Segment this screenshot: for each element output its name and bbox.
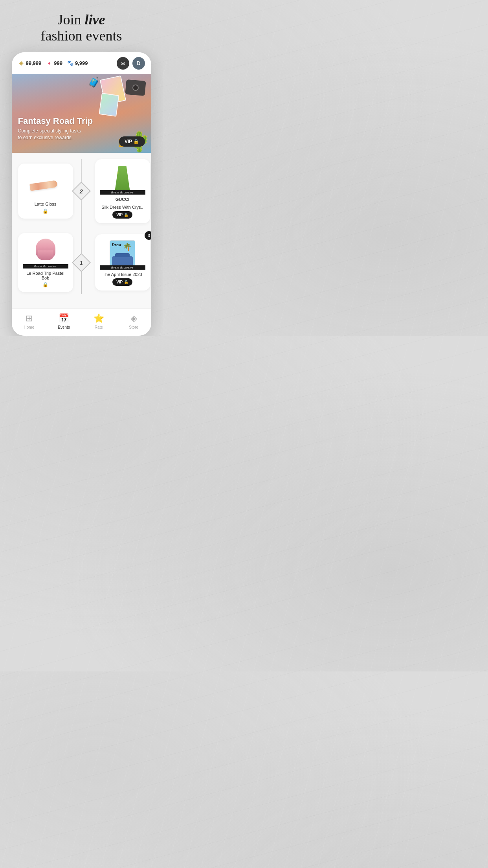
blue-icon: 🐾 xyxy=(67,60,73,66)
currency-row: ◈ 99,999 ♦ 999 🐾 9,999 xyxy=(18,60,88,66)
pastel-bob-lock: 🔒 xyxy=(42,282,48,287)
events-label: Events xyxy=(58,325,70,329)
pastel-bob-image: Event Exclusive xyxy=(23,238,68,269)
step-center-2: 2 xyxy=(75,184,88,198)
magazine-badge-num: 3 xyxy=(145,231,151,240)
blue-value: 9,999 xyxy=(75,60,88,66)
vip-hero-label: VIP 🔒 xyxy=(125,139,139,144)
gucci-image: ✦ Event Exclusive xyxy=(100,164,145,195)
vip-badge-hero[interactable]: VIP 🔒 xyxy=(119,136,145,147)
nav-store[interactable]: ◈ Store xyxy=(116,313,151,329)
store-label: Store xyxy=(129,325,138,329)
magazine-vip-badge[interactable]: VIP 🔒 xyxy=(112,278,132,286)
reward-card-latte-gloss[interactable]: Latte Gloss 🔒 xyxy=(18,164,73,219)
page-title: Join live fashion events xyxy=(41,12,122,44)
gucci-vip-badge[interactable]: VIP 🔒 xyxy=(112,211,132,219)
lip-gloss-illustration xyxy=(30,178,61,190)
hero-camera xyxy=(125,79,146,96)
currency-blue: 🐾 9,999 xyxy=(67,60,88,66)
gucci-brand: GUCCI xyxy=(116,197,129,202)
home-icon: ⊞ xyxy=(26,313,33,324)
latte-gloss-name: Latte Gloss xyxy=(35,202,57,206)
nav-rate[interactable]: ⭐ Rate xyxy=(81,313,116,329)
gold-icon: ◈ xyxy=(18,60,24,66)
avatar-label: D xyxy=(136,60,140,66)
magazine-event-label: Event Exclusive xyxy=(100,265,145,270)
step-row-2: Latte Gloss 🔒 2 xyxy=(18,159,145,223)
step-center-1: 1 xyxy=(75,256,88,269)
diamond-1-text: 1 xyxy=(80,259,83,266)
top-bar-actions: ✉ D xyxy=(117,57,145,70)
gem-value: 999 xyxy=(54,60,62,66)
gucci-vip-label: VIP 🔒 xyxy=(116,213,128,217)
home-label: Home xyxy=(24,325,35,329)
phone-frame: ◈ 99,999 ♦ 999 🐾 9,999 ✉ D xyxy=(12,52,151,336)
latte-gloss-image xyxy=(23,168,68,200)
magazine-vip-label: VIP 🔒 xyxy=(116,280,128,284)
diamond-2-text: 2 xyxy=(80,188,83,195)
reward-card-magazine[interactable]: 3 Drest 🌴 Event Exclusive The April Issu… xyxy=(95,234,150,291)
nav-events[interactable]: 📅 Events xyxy=(46,313,81,329)
hero-text: Fantasy Road Trip Complete special styli… xyxy=(18,116,93,141)
gem-icon: ♦ xyxy=(46,60,52,66)
hero-subtitle: Complete special styling tasksto earn ex… xyxy=(18,128,93,141)
page-header: Join live fashion events xyxy=(33,12,130,44)
gucci-event-label: Event Exclusive xyxy=(100,190,145,195)
store-icon: ◈ xyxy=(130,313,137,324)
hero-suitcase: 🧳 xyxy=(88,76,100,88)
currency-gem: ♦ 999 xyxy=(46,60,62,66)
rate-icon: ⭐ xyxy=(94,313,104,324)
step-right-1: 3 Drest 🌴 Event Exclusive The April Issu… xyxy=(84,234,150,291)
gucci-name: Silk Dress With Crys.. xyxy=(101,205,143,210)
avatar-button[interactable]: D xyxy=(132,57,145,70)
steps-container: Latte Gloss 🔒 2 xyxy=(18,159,145,294)
magazine-image: Drest 🌴 Event Exclusive xyxy=(100,239,145,270)
message-button[interactable]: ✉ xyxy=(117,57,129,70)
step-row-1: Event Exclusive Le Road Trip Pastel Bob … xyxy=(18,231,145,294)
rewards-section: Latte Gloss 🔒 2 xyxy=(12,153,151,308)
nav-home[interactable]: ⊞ Home xyxy=(12,313,47,329)
latte-gloss-lock: 🔒 xyxy=(42,208,48,214)
diamond-1: 1 xyxy=(72,253,91,272)
bob-event-label: Event Exclusive xyxy=(23,264,68,268)
reward-card-gucci[interactable]: ✦ Event Exclusive GUCCI Silk Dress With … xyxy=(95,159,150,223)
bottom-nav: ⊞ Home 📅 Events ⭐ Rate ◈ Store xyxy=(12,308,151,336)
message-icon: ✉ xyxy=(121,60,125,66)
step-right-2: ✦ Event Exclusive GUCCI Silk Dress With … xyxy=(84,159,150,223)
green-dress-illustration: ✦ xyxy=(113,166,132,193)
hero-title: Fantasy Road Trip xyxy=(18,116,93,126)
gold-value: 99,999 xyxy=(26,60,42,66)
hero-photo2 xyxy=(99,93,119,117)
reward-card-pastel-bob[interactable]: Event Exclusive Le Road Trip Pastel Bob … xyxy=(18,233,73,292)
events-icon: 📅 xyxy=(59,313,69,324)
hero-banner: 🧳 🌵 📻 Fantasy Road Trip Complete special… xyxy=(12,74,151,153)
pastel-bob-name: Le Road Trip Pastel Bob xyxy=(23,271,68,280)
currency-gold: ◈ 99,999 xyxy=(18,60,42,66)
magazine-name: The April Issue 2023 xyxy=(103,272,142,277)
top-bar: ◈ 99,999 ♦ 999 🐾 9,999 ✉ D xyxy=(12,52,151,74)
diamond-2: 2 xyxy=(72,182,91,200)
rate-label: Rate xyxy=(95,325,103,329)
